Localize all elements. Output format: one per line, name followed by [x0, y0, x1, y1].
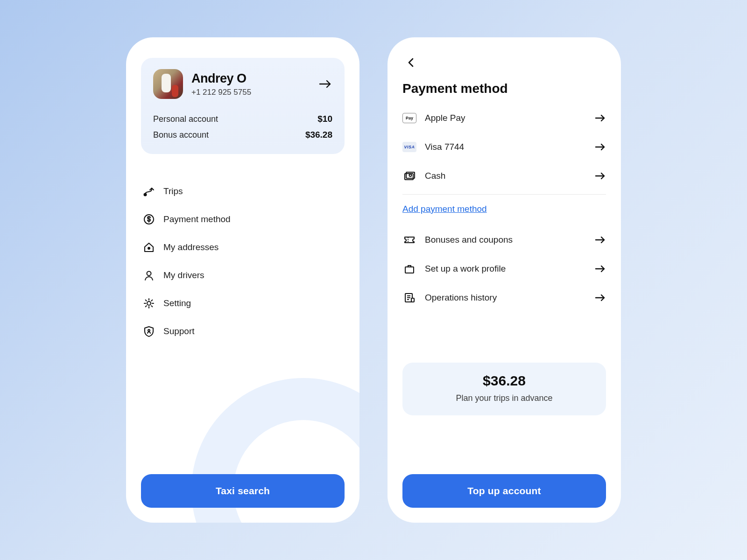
svg-rect-15: [405, 267, 414, 273]
dollar-icon: [143, 213, 155, 225]
menu-label: My drivers: [163, 270, 204, 280]
payment-label: Visa 7744: [425, 142, 464, 152]
arrow-right-icon: [595, 265, 606, 273]
profile-name: Andrey O: [191, 71, 251, 86]
arrow-right-icon[interactable]: [318, 79, 332, 89]
svg-rect-21: [411, 298, 414, 302]
payment-label: Apple Pay: [425, 113, 465, 123]
extra-bonuses[interactable]: Bonuses and coupons: [402, 225, 606, 254]
menu-label: Support: [163, 326, 195, 336]
history-icon: [402, 293, 416, 303]
button-label: Taxi search: [216, 485, 270, 497]
extra-work-profile[interactable]: Set up a work profile: [402, 254, 606, 283]
profile-card[interactable]: Andrey O +1 212 925 5755 Personal accoun…: [141, 58, 345, 154]
payment-label: Cash: [425, 171, 445, 181]
arrow-right-icon: [595, 294, 606, 302]
person-icon: [143, 269, 155, 281]
menu-label: Setting: [163, 298, 191, 308]
balance-card: $36.28 Plan your trips in advance: [402, 363, 606, 415]
payment-method-visa[interactable]: VISA Visa 7744: [402, 133, 606, 161]
phone-payment: Payment method Pay Apple Pay VISA Visa 7…: [388, 37, 621, 523]
menu-label: Payment method: [163, 214, 231, 224]
ticket-icon: [402, 235, 416, 245]
svg-point-3: [148, 247, 150, 249]
shield-icon: [143, 325, 155, 337]
menu-item-support[interactable]: Support: [143, 318, 345, 344]
balances: Personal account $10 Bonus account $36.2…: [153, 111, 332, 143]
cash-icon: [402, 171, 416, 181]
personal-account-label: Personal account: [153, 114, 218, 124]
svg-point-5: [147, 301, 151, 305]
bonus-account-value: $36.28: [305, 130, 332, 140]
extra-label: Set up a work profile: [425, 264, 506, 274]
route-icon: [143, 185, 155, 197]
arrow-right-icon: [595, 172, 606, 180]
arrow-right-icon: [595, 143, 606, 151]
extra-label: Operations history: [425, 293, 497, 303]
profile-header: Andrey O +1 212 925 5755: [153, 69, 332, 99]
menu-label: My addresses: [163, 242, 218, 252]
balance-amount: $36.28: [412, 373, 597, 389]
phone-profile: Andrey O +1 212 925 5755 Personal accoun…: [126, 37, 359, 523]
menu: Trips Payment method My addresses My dri…: [141, 178, 345, 344]
payment-method-cash[interactable]: Cash: [402, 161, 606, 190]
personal-account-value: $10: [317, 114, 332, 124]
payment-methods-list: Pay Apple Pay VISA Visa 7744 Cash: [402, 104, 606, 190]
profile-phone: +1 212 925 5755: [191, 88, 251, 97]
bonus-account-label: Bonus account: [153, 130, 209, 140]
arrow-right-icon: [595, 114, 606, 122]
svg-point-6: [148, 329, 150, 331]
page-title: Payment method: [402, 81, 606, 96]
menu-item-trips[interactable]: Trips: [143, 178, 345, 204]
menu-item-addresses[interactable]: My addresses: [143, 234, 345, 260]
avatar: [153, 69, 183, 99]
visa-icon: VISA: [402, 142, 416, 152]
arrow-right-icon: [595, 236, 606, 244]
gear-icon: [143, 297, 155, 309]
extra-label: Bonuses and coupons: [425, 235, 513, 245]
briefcase-icon: [402, 264, 416, 274]
payment-method-apple-pay[interactable]: Pay Apple Pay: [402, 104, 606, 133]
apple-pay-icon: Pay: [402, 113, 416, 123]
top-up-button[interactable]: Top up account: [402, 474, 606, 508]
personal-account-row: Personal account $10: [153, 111, 332, 127]
profile-text: Andrey O +1 212 925 5755: [191, 71, 251, 97]
menu-item-drivers[interactable]: My drivers: [143, 262, 345, 288]
taxi-search-button[interactable]: Taxi search: [141, 474, 345, 508]
divider: [402, 194, 606, 195]
balance-subtitle: Plan your trips in advance: [412, 393, 597, 403]
home-icon: [143, 241, 155, 253]
svg-point-4: [147, 272, 151, 276]
svg-point-11: [409, 174, 412, 176]
add-payment-method-link[interactable]: Add payment method: [402, 202, 606, 225]
chevron-left-icon: [407, 57, 415, 68]
button-label: Top up account: [467, 485, 541, 497]
bonus-account-row: Bonus account $36.28: [153, 127, 332, 143]
menu-item-payment[interactable]: Payment method: [143, 206, 345, 232]
menu-label: Trips: [163, 186, 183, 196]
payment-extras-list: Bonuses and coupons Set up a work profil…: [402, 225, 606, 312]
extra-history[interactable]: Operations history: [402, 283, 606, 312]
back-button[interactable]: [402, 54, 419, 71]
menu-item-setting[interactable]: Setting: [143, 290, 345, 316]
